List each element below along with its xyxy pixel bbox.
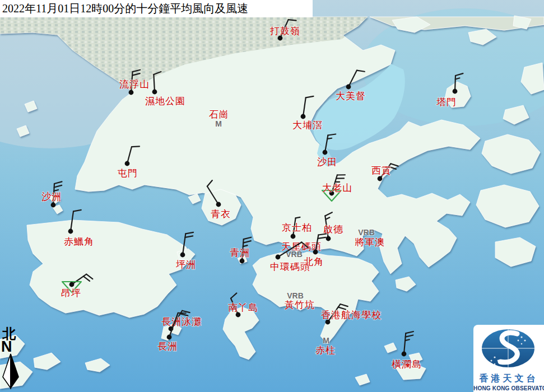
station-label: 啟德 [323, 224, 343, 235]
station-label: 京士柏 [282, 222, 312, 233]
station-label: 大埔滘 [292, 120, 323, 130]
station-dot [69, 282, 75, 287]
hko-logo: 香港天文台 HONG KONG OBSERVATORY [473, 325, 544, 392]
north-arrow-icon [1, 353, 21, 389]
station-dot [152, 90, 157, 95]
station-label: 青衣 [211, 209, 231, 220]
hko-wind-map: 打鼓嶺流浮山濕地公園M石崗大美督塔門大埔滘沙田西貢大老山沙洲屯門青衣赤鱲角坪洲青… [0, 0, 544, 392]
wind-barb-feather [327, 138, 332, 139]
station-dot [51, 203, 56, 208]
station-label: 大美督 [336, 91, 366, 101]
station-dot [167, 335, 172, 340]
station-label: 西貢 [371, 165, 392, 176]
station-label: 赤柱 [315, 345, 336, 356]
station-label: 赤鱲角 [64, 236, 94, 247]
station-label: 青洲 [230, 248, 250, 258]
station-label: 香港航海學校 [321, 310, 382, 320]
station-label: 長洲 [157, 341, 178, 352]
station-dot [125, 161, 130, 166]
hko-chinese-name: 香港天文台 [473, 373, 544, 385]
station-label: 長洲泳灘 [161, 316, 202, 327]
station-label: 沙洲 [41, 192, 62, 202]
hko-emblem-icon [473, 325, 544, 372]
station-dot [216, 202, 221, 207]
station-label: 北角 [304, 256, 324, 267]
map-title: 2022年11月01日12時00分的十分鐘平均風向及風速 [0, 0, 313, 17]
station-label: 大老山 [322, 183, 352, 193]
station-label: 濕地公園 [145, 96, 185, 106]
north-compass: 北 N [1, 327, 24, 391]
station-dot [323, 150, 328, 155]
wind-barb-feather [289, 20, 296, 20]
station-dot [291, 234, 296, 239]
station-dot [326, 236, 331, 241]
wind-note: VRB [287, 291, 304, 300]
station-dot [68, 229, 73, 234]
station-dot [313, 250, 318, 255]
station-label: 坪洲 [176, 259, 196, 270]
station-label: 將軍澳 [355, 237, 385, 248]
wind-note: M [215, 119, 222, 128]
wind-note: VRB [358, 228, 375, 237]
station-label: 塔門 [436, 97, 457, 108]
station-label: 橫瀾島 [392, 359, 422, 370]
wind-barb-feather [296, 217, 300, 218]
station-dot [378, 176, 383, 181]
station-dot [346, 85, 351, 90]
station-label: 屯門 [118, 168, 138, 179]
station-dot [301, 114, 306, 119]
station-label: 黃竹坑 [285, 300, 315, 310]
station-label: 打鼓嶺 [269, 26, 300, 36]
station-dot [276, 255, 281, 260]
station-dot [129, 90, 134, 95]
hko-english-name: HONG KONG OBSERVATORY [473, 385, 544, 391]
station-dot [402, 352, 407, 357]
station-dot [180, 253, 185, 258]
station-label: 南丫島 [228, 302, 258, 313]
station-label: 昂坪 [61, 288, 81, 298]
wind-note: M [323, 336, 329, 345]
station-dot [240, 259, 245, 264]
station-label: 流浮山 [119, 79, 150, 90]
map-canvas: 打鼓嶺流浮山濕地公園M石崗大美督塔門大埔滘沙田西貢大老山沙洲屯門青衣赤鱲角坪洲青… [0, 0, 544, 392]
north-letter-label: N [1, 340, 24, 353]
station-label: 石崗 [209, 109, 229, 120]
wind-barb-feather [132, 146, 140, 147]
station-label: 沙田 [317, 157, 337, 167]
station-dot [453, 89, 458, 94]
